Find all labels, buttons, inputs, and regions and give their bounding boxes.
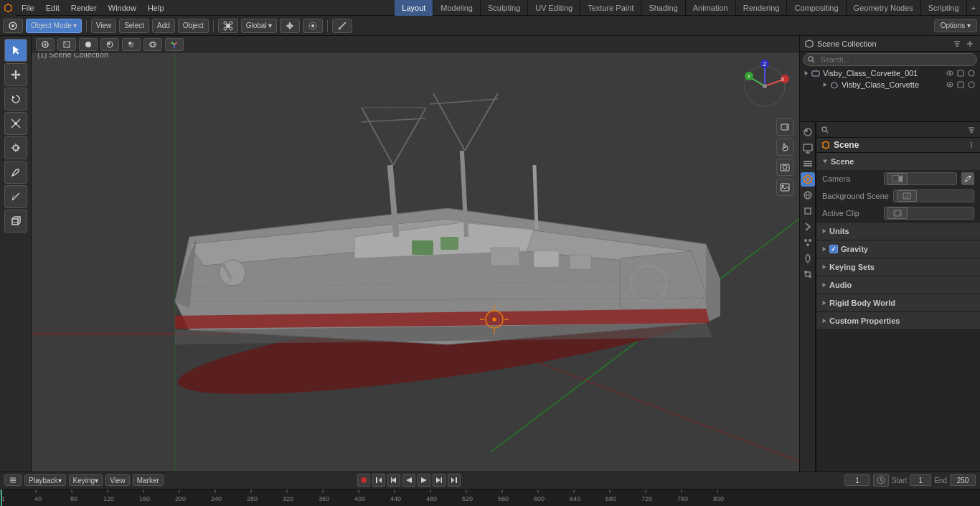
outliner-item-corvette001[interactable]: Visby_Class_Corvette_001 bbox=[800, 67, 980, 79]
output-properties-btn[interactable] bbox=[801, 141, 815, 155]
tab-layout[interactable]: Layout bbox=[395, 0, 433, 16]
jump-end-btn[interactable] bbox=[448, 474, 461, 487]
viewport-gizmo-btn[interactable] bbox=[165, 38, 184, 51]
scene-subsection-header[interactable]: Scene bbox=[816, 153, 980, 170]
camera-icon[interactable] bbox=[776, 159, 793, 176]
outliner-item-corvette[interactable]: Visby_Class_Corvette bbox=[809, 79, 980, 90]
menu-window[interactable]: Window bbox=[103, 0, 142, 16]
camera-eyedropper-btn[interactable] bbox=[961, 172, 974, 185]
viewport-shading-material-btn[interactable] bbox=[100, 38, 119, 51]
outliner-search-input[interactable] bbox=[818, 54, 972, 65]
outliner-filter-btn[interactable] bbox=[951, 38, 963, 50]
record-btn[interactable] bbox=[357, 474, 370, 487]
world-properties-btn[interactable] bbox=[801, 188, 815, 202]
object-mode-selector[interactable]: Object Mode ▾ bbox=[26, 19, 82, 33]
scene-properties-btn[interactable] bbox=[801, 172, 815, 187]
tab-shading[interactable]: Shading bbox=[641, 0, 685, 16]
menu-file[interactable]: File bbox=[16, 0, 40, 16]
tab-geometry-nodes[interactable]: Geometry Nodes bbox=[847, 0, 921, 16]
camera-film-btn[interactable] bbox=[887, 173, 908, 184]
tab-modeling[interactable]: Modeling bbox=[433, 0, 481, 16]
active-clip-value[interactable] bbox=[884, 207, 974, 220]
select-menu-btn[interactable]: Select bbox=[119, 19, 149, 33]
particles-properties-btn[interactable] bbox=[801, 235, 815, 250]
gravity-section-header[interactable]: ✓ Gravity bbox=[816, 240, 980, 258]
view-layer-properties-btn[interactable] bbox=[801, 156, 815, 171]
keying-dropdown[interactable]: Keying ▾ bbox=[69, 474, 103, 486]
prop-filter-icon[interactable] bbox=[967, 126, 976, 134]
current-frame-input[interactable] bbox=[844, 474, 870, 486]
jump-start-btn[interactable] bbox=[372, 474, 385, 487]
move-tool-btn[interactable] bbox=[4, 63, 27, 86]
image-icon[interactable] bbox=[776, 179, 793, 196]
start-frame-input[interactable] bbox=[910, 474, 931, 486]
menu-render[interactable]: Render bbox=[65, 0, 103, 16]
time-display-btn[interactable] bbox=[873, 474, 889, 487]
gravity-checkbox[interactable]: ✓ bbox=[829, 245, 838, 253]
annotate-tool-btn[interactable] bbox=[4, 161, 27, 184]
constraints-properties-btn[interactable] bbox=[801, 267, 815, 281]
tab-rendering[interactable]: Rendering bbox=[736, 0, 788, 16]
step-forward-btn[interactable] bbox=[433, 474, 446, 487]
viewport-editor-type-btn[interactable] bbox=[36, 38, 55, 51]
step-back-btn[interactable] bbox=[387, 474, 400, 487]
rotate-tool-btn[interactable] bbox=[4, 88, 27, 111]
eye-icon-2[interactable] bbox=[946, 80, 954, 89]
viewport-overlay-btn[interactable] bbox=[143, 38, 162, 51]
bg-scene-btn[interactable] bbox=[897, 190, 917, 202]
keying-sets-header[interactable]: Keying Sets bbox=[816, 258, 980, 276]
object-properties-btn[interactable] bbox=[801, 204, 815, 218]
menu-help[interactable]: Help bbox=[142, 0, 170, 16]
physics-properties-btn[interactable] bbox=[801, 251, 815, 266]
measure-tool-btn[interactable] bbox=[4, 185, 27, 208]
transform-tool-btn[interactable] bbox=[4, 136, 27, 159]
audio-section-header[interactable]: Audio bbox=[816, 276, 980, 294]
end-frame-input[interactable] bbox=[950, 474, 976, 486]
select-tool-btn[interactable] bbox=[4, 39, 27, 62]
custom-properties-header[interactable]: Custom Properties bbox=[816, 312, 980, 329]
editor-type-button[interactable] bbox=[3, 19, 23, 33]
viewport-shading-wireframe-btn[interactable] bbox=[57, 38, 76, 51]
tab-texture-paint[interactable]: Texture Paint bbox=[580, 0, 641, 16]
units-section-header[interactable]: Units bbox=[816, 222, 980, 240]
timeline-ruler[interactable]: 1 40 80 120 160 200 240 280 320 360 bbox=[0, 489, 980, 506]
menu-edit[interactable]: Edit bbox=[40, 0, 65, 16]
viewport-3d[interactable]: User Perspective (1) Scene Collection X … bbox=[32, 36, 799, 472]
add-tab-button[interactable]: + bbox=[967, 2, 980, 14]
marker-dropdown[interactable]: Marker bbox=[133, 474, 164, 486]
camera-view-icon[interactable] bbox=[776, 118, 793, 136]
active-clip-btn[interactable] bbox=[887, 207, 908, 219]
outliner-new-btn[interactable] bbox=[964, 38, 976, 50]
camera-value[interactable] bbox=[884, 172, 957, 185]
add-cube-btn[interactable] bbox=[4, 210, 27, 233]
tab-sculpting[interactable]: Sculpting bbox=[481, 0, 528, 16]
transform-pivot-btn[interactable] bbox=[218, 19, 238, 33]
viewport-shading-render-btn[interactable] bbox=[122, 38, 141, 51]
viewport-shading-solid-btn[interactable] bbox=[79, 38, 98, 51]
tab-animation[interactable]: Animation bbox=[686, 0, 736, 16]
render-icon[interactable] bbox=[967, 69, 976, 78]
view-menu-btn[interactable]: View bbox=[91, 19, 117, 33]
render-properties-btn[interactable] bbox=[801, 125, 815, 139]
add-menu-btn[interactable]: Add bbox=[152, 19, 175, 33]
snap-btn[interactable] bbox=[280, 19, 300, 33]
viewport-display-icon[interactable] bbox=[956, 69, 965, 78]
playback-dropdown[interactable]: Playback ▾ bbox=[24, 474, 66, 486]
measure-btn[interactable] bbox=[332, 19, 352, 33]
background-scene-value[interactable] bbox=[893, 189, 974, 202]
render-icon-2[interactable] bbox=[967, 80, 976, 89]
options-button[interactable]: Options ▾ bbox=[934, 19, 977, 32]
tab-uv-editing[interactable]: UV Editing bbox=[528, 0, 580, 16]
tab-scripting[interactable]: Scripting bbox=[921, 0, 967, 16]
play-back-btn[interactable] bbox=[402, 474, 415, 487]
blender-logo[interactable]: ⬡ bbox=[0, 0, 16, 16]
rigid-body-world-header[interactable]: Rigid Body World bbox=[816, 294, 980, 311]
play-btn[interactable] bbox=[418, 474, 430, 487]
viewport-display-icon-2[interactable] bbox=[956, 80, 965, 89]
object-menu-btn[interactable]: Object bbox=[178, 19, 209, 33]
scale-tool-btn[interactable] bbox=[4, 112, 27, 135]
hand-pan-icon[interactable] bbox=[776, 139, 793, 156]
modifier-properties-btn[interactable] bbox=[801, 220, 815, 234]
tab-compositing[interactable]: Compositing bbox=[787, 0, 846, 16]
view-dropdown[interactable]: View bbox=[105, 474, 130, 486]
